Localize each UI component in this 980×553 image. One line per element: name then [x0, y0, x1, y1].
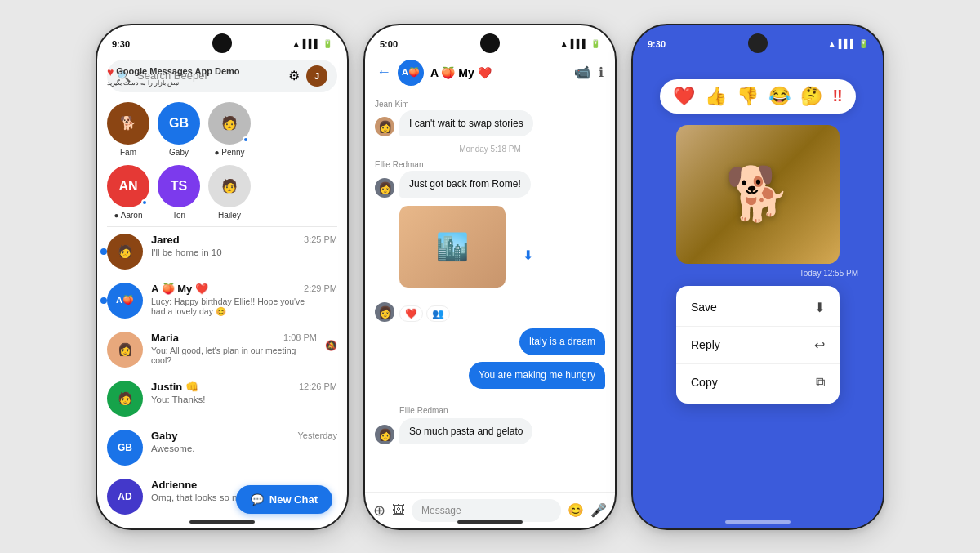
img-timestamp: Today 12:55 PM — [633, 269, 883, 278]
emoji-icon[interactable]: 😊 — [568, 502, 584, 518]
amy-preview: Lucy: Happy birthday Ellie!! Hope you've… — [151, 297, 306, 317]
sticker-icon[interactable]: 🖼 — [392, 503, 405, 518]
copy-label: Copy — [691, 376, 718, 389]
chat-header-icons: 📹 ℹ — [574, 65, 604, 80]
story-label-gaby: Gaby — [169, 148, 189, 157]
story-avatar-hailey: 🧑 — [208, 165, 251, 207]
maria-avatar: 👩 — [107, 332, 143, 368]
search-bar-icons: ⚙ J — [288, 65, 327, 87]
story-label-tori: Tori — [172, 211, 185, 220]
maria-time: 1:08 PM — [283, 332, 317, 342]
hungry-bubble: You are making me hungry — [469, 362, 605, 389]
new-chat-label: New Chat — [270, 493, 318, 506]
img-stack-container: 🏙️ ⬇ ❤️ 👥 — [399, 204, 522, 322]
jared-time: 3:25 PM — [304, 234, 337, 244]
story-penny[interactable]: 🧑 ● Penny — [208, 102, 251, 157]
gear-icon[interactable]: ⚙ — [288, 68, 300, 83]
react-heart[interactable]: ❤️ — [673, 86, 695, 107]
story-aaron[interactable]: AN ● Aaron — [107, 165, 149, 220]
justin-avatar: 🧑 — [107, 381, 143, 417]
react-thumbsdown[interactable]: 👎 — [737, 86, 759, 107]
justin-content: Justin 👊 12:26 PM You: Thanks! — [151, 381, 337, 404]
story-label-hailey: Hailey — [218, 211, 241, 220]
story-hailey[interactable]: 🧑 Hailey — [208, 165, 251, 220]
conv-gaby[interactable]: GB Gaby Yesterday Awesome. — [97, 423, 347, 472]
aaron-unread-dot — [141, 199, 148, 206]
conv-maria[interactable]: 👩 Maria 1:08 PM You: All good, let's pla… — [97, 325, 347, 374]
story-fam[interactable]: 🐕 Fam — [107, 102, 149, 157]
ellie-bubble-row: 👩 Just got back from Rome! — [375, 171, 531, 198]
gaby-time: Yesterday — [297, 430, 337, 440]
context-copy[interactable]: Copy ⧉ — [676, 364, 840, 400]
justin-time: 12:26 PM — [299, 381, 337, 391]
signal-icon-2: ▌▌▌ — [571, 39, 588, 48]
new-chat-icon: 💬 — [251, 493, 264, 506]
msg-jean-kim: Jean Kim 👩 I can't wait to swap stories — [375, 100, 605, 137]
conv-jared[interactable]: 🧑 Jared 3:25 PM I'll be home in 10 — [97, 227, 347, 276]
story-label-aaron: ● Aaron — [114, 211, 143, 220]
save-label: Save — [691, 301, 717, 314]
mic-icon[interactable]: 🎤 — [590, 502, 607, 518]
amy-name: A 🍑 My ❤️ — [151, 283, 208, 295]
message-input[interactable]: Message — [412, 499, 561, 522]
conv-justin[interactable]: 🧑 Justin 👊 12:26 PM You: Thanks! — [97, 374, 347, 423]
msg-pasta: 👩 Ellie Redman So much pasta and gelato — [375, 406, 605, 445]
dog-emoji: 🐕 — [725, 163, 791, 225]
battery-icon-3: 🔋 — [858, 39, 868, 48]
info-icon[interactable]: ℹ — [599, 65, 604, 80]
react-thumbsup[interactable]: 👍 — [705, 86, 727, 107]
download-icon[interactable]: ⬇ — [523, 248, 533, 263]
back-button[interactable]: ← — [376, 64, 391, 81]
chat-messages: Jean Kim 👩 I can't wait to swap stories … — [365, 91, 615, 492]
conv-amy[interactable]: A🍑 A 🍑 My ❤️ 2:29 PM Lucy: Happy birthda… — [97, 276, 347, 325]
status-icons-2: ▲ ▌▌▌ 🔋 — [560, 39, 600, 48]
amy-content: A 🍑 My ❤️ 2:29 PM Lucy: Happy birthday E… — [151, 283, 337, 317]
story-tori[interactable]: TS Tori — [158, 165, 200, 220]
reaction-bar: ❤️ 👍 👎 😂 🤔 ‼ — [660, 79, 855, 114]
dog-photo: 🐕 — [676, 125, 840, 264]
pasta-ellie-avatar: 👩 — [375, 425, 394, 444]
story-label-penny: ● Penny — [214, 148, 244, 157]
watermark-title: Google Messages App Demo — [116, 65, 239, 77]
story-gaby[interactable]: GB Gaby — [158, 102, 200, 157]
gaby-name: Gaby — [151, 430, 178, 442]
react-exclaim[interactable]: ‼ — [832, 87, 842, 105]
img-reactions: ❤️ 👥 — [399, 305, 522, 322]
context-reply[interactable]: Reply ↩ — [676, 327, 840, 364]
italy-bubble: Italy is a dream — [519, 328, 605, 355]
ekg-icon: ♥ — [107, 65, 114, 79]
add-icon[interactable]: ⊕ — [373, 502, 385, 520]
story-avatar-penny: 🧑 — [208, 102, 251, 145]
phone-3: 9:30 ▲ ▌▌▌ 🔋 ❤️ 👍 👎 😂 🤔 ‼ 🐕 — [631, 24, 884, 530]
msg-making-hungry: You are making me hungry Read 5:23 PM — [375, 362, 605, 399]
jared-name: Jared — [151, 234, 180, 246]
story-avatar-tori: TS — [158, 165, 200, 207]
phone-1-bottom-bar — [189, 520, 255, 524]
react-laugh[interactable]: 😂 — [768, 86, 791, 107]
context-save[interactable]: Save ⬇ — [676, 289, 840, 327]
status-icons-1: ▲ ▌▌▌ 🔋 — [292, 39, 332, 48]
phone-1-notch — [212, 33, 232, 53]
battery-icon-2: 🔋 — [590, 39, 600, 48]
new-chat-button[interactable]: 💬 New Chat — [236, 485, 332, 514]
react-think[interactable]: 🤔 — [800, 86, 822, 107]
user-avatar[interactable]: J — [306, 65, 327, 87]
wifi-icon: ▲ — [292, 39, 301, 48]
jean-kim-avatar: 👩 — [375, 117, 394, 136]
read-receipt: Read 5:23 PM — [553, 390, 605, 399]
img-stack-row: 👩 🏙️ ⬇ ❤️ 👥 — [375, 204, 522, 322]
video-icon[interactable]: 📹 — [574, 65, 590, 80]
jared-unread — [100, 248, 107, 255]
jared-avatar: 🧑 — [107, 234, 143, 270]
people-reaction[interactable]: 👥 — [426, 305, 450, 322]
status-time-1: 9:30 — [112, 39, 130, 49]
signal-icon: ▌▌▌ — [303, 39, 320, 48]
gaby-preview: Awesome. — [151, 444, 298, 453]
wifi-icon-2: ▲ — [560, 39, 568, 48]
amy-unread — [100, 297, 107, 304]
maria-name: Maria — [151, 332, 179, 344]
timestamp-label: Today 12:55 PM — [800, 269, 858, 278]
heart-reaction[interactable]: ❤️ — [399, 305, 423, 322]
jean-kim-bubble-row: 👩 I can't wait to swap stories — [375, 110, 533, 137]
watermark-subtitle: نبض بازار را به دست بگیرید — [107, 79, 240, 87]
